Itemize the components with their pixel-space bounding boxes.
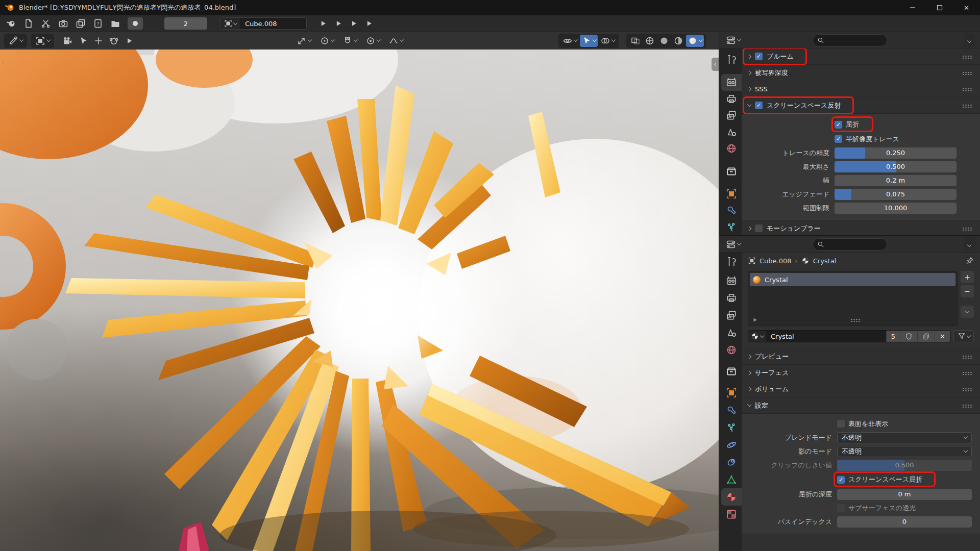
- trace-precision-slider[interactable]: 0.250: [835, 147, 957, 159]
- tab-modifiers[interactable]: [721, 402, 742, 419]
- tab-scene[interactable]: [721, 324, 742, 341]
- annotate-tool-dropdown[interactable]: [7, 35, 24, 47]
- expand-right-icon[interactable]: [747, 370, 751, 374]
- refraction-depth-field[interactable]: 0 m: [837, 489, 972, 500]
- expand-down-icon[interactable]: [747, 103, 751, 107]
- sidebar-expand-tab[interactable]: ‹: [712, 58, 719, 71]
- pin-icon[interactable]: [966, 257, 974, 265]
- shading-rendered-button[interactable]: [686, 35, 704, 47]
- list-resize-grip[interactable]: [850, 318, 861, 322]
- expand-right-icon[interactable]: [747, 70, 751, 74]
- shadow-mode-dropdown[interactable]: 不透明: [837, 446, 972, 457]
- play-button-1[interactable]: [319, 19, 327, 28]
- cursor-icon[interactable]: [78, 36, 88, 46]
- tab-tool[interactable]: [721, 256, 742, 268]
- panel-settings[interactable]: 設定: [742, 397, 980, 414]
- tab-world[interactable]: [721, 140, 742, 157]
- viewport-3d[interactable]: › ‹: [0, 49, 719, 551]
- material-slot-item[interactable]: Crystal: [750, 273, 955, 286]
- proportional-edit-dropdown[interactable]: [364, 35, 382, 47]
- expand-right-icon[interactable]: [747, 54, 751, 58]
- panel-grip[interactable]: [962, 87, 973, 91]
- fake-user-button[interactable]: [900, 331, 917, 342]
- shading-material-button[interactable]: [672, 35, 685, 47]
- backface-checkbox[interactable]: [837, 420, 845, 428]
- minimize-button[interactable]: [899, 0, 926, 15]
- panel-grip[interactable]: [962, 387, 973, 391]
- object-name-field[interactable]: Cube.008: [240, 18, 306, 29]
- tab-object[interactable]: [721, 185, 742, 202]
- expand-right-icon[interactable]: [747, 87, 751, 91]
- browse-material-dropdown[interactable]: [748, 331, 766, 342]
- view-object-types-dropdown[interactable]: [561, 35, 579, 47]
- falloff-dropdown[interactable]: [387, 35, 405, 47]
- play-button-3[interactable]: [350, 19, 358, 28]
- blender-menu-icon[interactable]: [6, 18, 16, 29]
- frame-number-field[interactable]: 2: [164, 17, 207, 30]
- record-button[interactable]: [128, 17, 143, 30]
- pass-index-field[interactable]: 0: [837, 516, 972, 528]
- tab-particles[interactable]: [721, 218, 742, 235]
- tab-scene[interactable]: [721, 124, 742, 141]
- material-nodes-dropdown[interactable]: [953, 330, 974, 342]
- panel-depth-of-field[interactable]: 被写界深度: [742, 65, 980, 81]
- remove-slot-button[interactable]: −: [961, 285, 974, 297]
- breadcrumb-material[interactable]: Crystal: [813, 257, 837, 265]
- transform-orientation-dropdown[interactable]: [295, 35, 313, 47]
- ssr-checkbox[interactable]: ✓: [755, 102, 763, 109]
- tab-object-data[interactable]: [721, 471, 742, 488]
- movie-camera-icon[interactable]: [62, 36, 72, 46]
- new-file-icon[interactable]: [23, 18, 34, 29]
- editor-type-dropdown[interactable]: [724, 238, 742, 251]
- expand-right-icon[interactable]: [747, 387, 751, 391]
- pivot-point-dropdown[interactable]: [318, 35, 336, 47]
- clamp-field[interactable]: 10.000: [835, 203, 957, 214]
- tab-modifiers[interactable]: [721, 202, 742, 219]
- new-material-button[interactable]: [917, 331, 935, 342]
- motion-blur-checkbox[interactable]: [755, 224, 763, 232]
- panel-grip[interactable]: [962, 355, 973, 359]
- maximize-button[interactable]: [926, 0, 953, 15]
- panel-grip[interactable]: [962, 227, 973, 231]
- properties-search-input[interactable]: [813, 34, 887, 46]
- panel-preview[interactable]: プレビュー: [742, 348, 980, 365]
- panel-screen-space-reflections[interactable]: ✓ スクリーンスペース反射: [742, 97, 980, 114]
- snap-dropdown[interactable]: [341, 35, 359, 47]
- close-button[interactable]: ✕: [953, 0, 980, 15]
- xray-toggle[interactable]: [629, 35, 642, 47]
- tab-physics[interactable]: [721, 436, 742, 454]
- tab-view-layer[interactable]: [721, 107, 742, 124]
- thickness-field[interactable]: 0.2 m: [835, 175, 957, 186]
- material-slot-list[interactable]: Crystal: [748, 271, 958, 326]
- tab-output[interactable]: [721, 91, 742, 108]
- expand-right-icon[interactable]: [747, 226, 751, 230]
- tab-render[interactable]: [721, 74, 742, 91]
- expand-down-icon[interactable]: [747, 403, 751, 407]
- panel-grip[interactable]: [962, 404, 973, 408]
- breadcrumb-object[interactable]: Cube.008: [760, 257, 792, 265]
- add-slot-button[interactable]: +: [961, 271, 974, 283]
- tab-world[interactable]: [721, 341, 742, 359]
- tab-collection[interactable]: [721, 163, 742, 180]
- unlink-material-button[interactable]: ✕: [935, 331, 950, 342]
- tab-particles[interactable]: [721, 419, 742, 436]
- ssr-refraction-checkbox[interactable]: ✓: [837, 476, 845, 484]
- panel-volume[interactable]: ボリューム: [742, 381, 980, 397]
- expand-filter-icon[interactable]: [752, 317, 758, 323]
- header-options-dropdown[interactable]: [964, 33, 975, 47]
- max-roughness-slider[interactable]: 0.500: [835, 161, 957, 172]
- camera-icon[interactable]: [58, 18, 68, 29]
- slot-specials-dropdown[interactable]: [961, 306, 974, 318]
- shading-wireframe-button[interactable]: [643, 35, 656, 47]
- edge-fade-slider[interactable]: 0.075: [835, 189, 957, 200]
- help-manual-icon[interactable]: ?: [93, 18, 103, 29]
- panel-surface[interactable]: サーフェス: [742, 365, 980, 381]
- properties-search-input[interactable]: [813, 238, 887, 251]
- panel-sss[interactable]: SSS: [742, 81, 980, 97]
- select-tool-toggle[interactable]: [580, 35, 598, 47]
- tab-collection[interactable]: [721, 363, 742, 380]
- select-box-dropdown[interactable]: [34, 35, 52, 47]
- tab-texture[interactable]: [721, 506, 742, 523]
- tab-object[interactable]: [721, 384, 742, 402]
- tab-view-layer[interactable]: [721, 307, 742, 324]
